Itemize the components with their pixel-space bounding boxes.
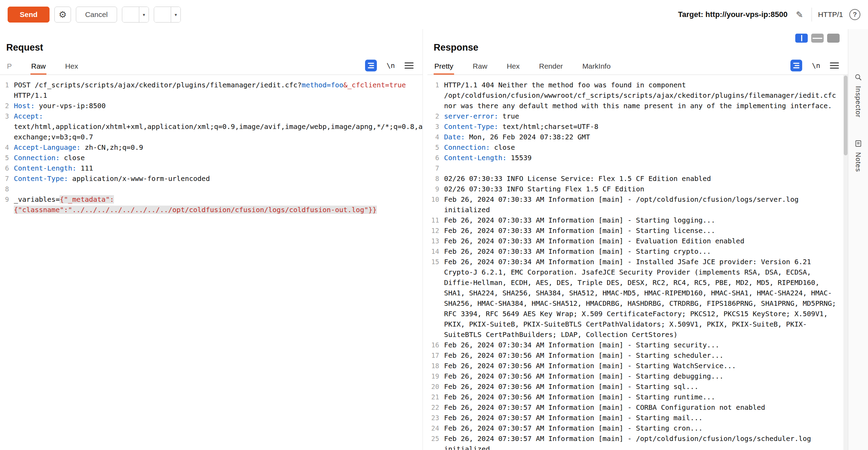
single-pane-icon[interactable] bbox=[827, 34, 840, 43]
sidebar-tab-label: Inspector bbox=[854, 86, 862, 118]
code-line: 13Feb 26, 2024 07:30:33 AM Information [… bbox=[427, 236, 848, 246]
response-scrollbar[interactable] bbox=[843, 75, 848, 450]
request-tab-hex[interactable]: Hex bbox=[64, 59, 79, 75]
code-line: 7 bbox=[427, 163, 848, 173]
code-text: Feb 26, 2024 07:30:57 AM Information [ma… bbox=[444, 423, 838, 433]
code-line: 10Feb 26, 2024 07:30:33 AM Information [… bbox=[427, 194, 848, 215]
response-tab-pretty[interactable]: Pretty bbox=[434, 59, 454, 75]
code-text: Feb 26, 2024 07:30:57 AM Information [ma… bbox=[444, 402, 838, 413]
history-forward-menu-button[interactable]: ▾ bbox=[171, 7, 180, 22]
help-button[interactable]: ? bbox=[849, 9, 860, 20]
code-text: Feb 26, 2024 07:30:56 AM Information [ma… bbox=[444, 361, 838, 371]
line-number: 16 bbox=[427, 340, 439, 350]
cancel-button[interactable]: Cancel bbox=[76, 7, 117, 23]
code-line: 2Host: your-vps-ip:8500 bbox=[0, 101, 423, 111]
code-line: 16Feb 26, 2024 07:30:34 AM Information [… bbox=[427, 340, 848, 350]
toolbar-right: Target: http://your-vps-ip:8500 ✎ HTTP/1… bbox=[678, 8, 861, 21]
line-number: 6 bbox=[427, 153, 439, 163]
code-line: 15Feb 26, 2024 07:30:34 AM Information [… bbox=[427, 257, 848, 340]
code-text: HTTP/1.1 404 Neither the method foo was … bbox=[444, 80, 838, 111]
code-text: POST /cf_scripts/scripts/ajax/ckeditor/p… bbox=[14, 80, 412, 101]
code-text: Feb 26, 2024 07:30:33 AM Information [ma… bbox=[444, 225, 838, 236]
toolbar: Send ⚙ Cancel < ▾ > ▾ Target: http://you… bbox=[0, 0, 868, 29]
caret-down-icon: ▾ bbox=[143, 12, 145, 17]
line-number: 25 bbox=[427, 433, 439, 450]
request-tab-raw[interactable]: Raw bbox=[30, 59, 46, 75]
stacked-rows-icon[interactable] bbox=[811, 34, 824, 43]
code-line: 17Feb 26, 2024 07:30:56 AM Information [… bbox=[427, 350, 848, 361]
line-number: 8 bbox=[427, 173, 439, 184]
code-text bbox=[444, 163, 838, 173]
target-label: Target: http://your-vps-ip:8500 bbox=[678, 10, 788, 19]
pencil-icon: ✎ bbox=[796, 10, 803, 19]
code-line: 19Feb 26, 2024 07:30:56 AM Information [… bbox=[427, 371, 848, 381]
response-tab-markinfo[interactable]: MarkInfo bbox=[582, 59, 611, 75]
code-line: 24Feb 26, 2024 07:30:57 AM Information [… bbox=[427, 423, 848, 433]
split-columns-icon[interactable] bbox=[795, 34, 808, 43]
code-text: Accept-Language: zh-CN,zh;q=0.9 bbox=[14, 142, 412, 153]
line-number: 23 bbox=[427, 413, 439, 423]
syntax-highlight-icon[interactable] bbox=[790, 60, 802, 71]
sidebar-tab-inspector[interactable]: Inspector bbox=[854, 73, 862, 118]
code-line: 25Feb 26, 2024 07:30:57 AM Information [… bbox=[427, 433, 848, 450]
target-url: http://your-vps-ip:8500 bbox=[706, 10, 788, 19]
line-number: 1 bbox=[427, 80, 439, 111]
code-line: 5Connection: close bbox=[0, 153, 423, 163]
code-text: Feb 26, 2024 07:30:33 AM Information [ma… bbox=[444, 246, 838, 257]
line-number: 9 bbox=[427, 184, 439, 194]
code-text: 02/26 07:30:33 INFO Starting Flex 1.5 CF… bbox=[444, 184, 838, 194]
menu-icon[interactable] bbox=[830, 62, 839, 69]
code-text bbox=[14, 184, 412, 194]
code-line: 9_variables={"_metadata":{"classname":".… bbox=[0, 194, 423, 215]
response-tab-render[interactable]: Render bbox=[538, 59, 564, 75]
line-number: 8 bbox=[0, 184, 9, 194]
send-button[interactable]: Send bbox=[8, 7, 50, 23]
http-version-toggle[interactable]: HTTP/1 bbox=[818, 10, 843, 19]
response-editor-icons: \n bbox=[790, 60, 839, 71]
response-tab-raw[interactable]: Raw bbox=[472, 59, 488, 75]
request-tabs: PRawHex bbox=[6, 59, 79, 75]
line-number: 9 bbox=[0, 194, 9, 215]
code-line: 3Accept: text/html,application/xhtml+xml… bbox=[0, 111, 423, 142]
newline-chars-toggle[interactable]: \n bbox=[812, 61, 820, 70]
code-line: 8 bbox=[0, 184, 423, 194]
line-number: 6 bbox=[0, 163, 9, 173]
history-back-button[interactable]: < bbox=[122, 7, 139, 23]
code-text: Feb 26, 2024 07:30:33 AM Information [ma… bbox=[444, 194, 838, 215]
request-editor[interactable]: 1POST /cf_scripts/scripts/ajax/ckeditor/… bbox=[0, 75, 423, 450]
code-text: Feb 26, 2024 07:30:34 AM Information [ma… bbox=[444, 340, 838, 350]
settings-button[interactable]: ⚙ bbox=[54, 7, 71, 23]
line-number: 12 bbox=[427, 225, 439, 236]
divider bbox=[812, 8, 812, 21]
right-sidebar: InspectorNotes bbox=[848, 29, 868, 450]
syntax-highlight-icon[interactable] bbox=[365, 60, 377, 71]
response-viewer[interactable]: 1HTTP/1.1 404 Neither the method foo was… bbox=[427, 75, 848, 450]
request-title: Request bbox=[6, 42, 43, 53]
sidebar-tab-label: Notes bbox=[854, 152, 862, 172]
code-text: Content-Type: text/html;charset=UTF-8 bbox=[444, 121, 838, 132]
panel-splitter[interactable] bbox=[423, 29, 427, 450]
history-back-menu-button[interactable]: ▾ bbox=[139, 7, 149, 22]
edit-target-button[interactable]: ✎ bbox=[794, 9, 805, 20]
history-forward-button[interactable]: > bbox=[154, 7, 171, 23]
line-number: 14 bbox=[427, 246, 439, 257]
main-area: Request PRawHex \n 1POST /cf_scripts/scr… bbox=[0, 29, 868, 450]
sidebar-tab-notes[interactable]: Notes bbox=[854, 140, 862, 172]
scrollbar-thumb[interactable] bbox=[844, 76, 848, 155]
line-number: 4 bbox=[0, 142, 9, 153]
line-number: 3 bbox=[0, 111, 9, 142]
menu-icon[interactable] bbox=[405, 62, 414, 69]
response-header: Response PrettyRawHexRenderMarkInfo \n bbox=[427, 29, 848, 75]
code-text: Connection: close bbox=[14, 153, 412, 163]
code-text: Host: your-vps-ip:8500 bbox=[14, 101, 412, 111]
newline-chars-toggle[interactable]: \n bbox=[387, 61, 395, 70]
request-tab-p[interactable]: P bbox=[6, 59, 12, 75]
code-line: 5Connection: close bbox=[427, 142, 848, 153]
code-line: 18Feb 26, 2024 07:30:56 AM Information [… bbox=[427, 361, 848, 371]
response-tab-hex[interactable]: Hex bbox=[506, 59, 520, 75]
code-line: 6Content-Length: 15539 bbox=[427, 153, 848, 163]
code-line: 20Feb 26, 2024 07:30:56 AM Information [… bbox=[427, 381, 848, 392]
line-number: 1 bbox=[0, 80, 9, 101]
line-number: 13 bbox=[427, 236, 439, 246]
line-number: 18 bbox=[427, 361, 439, 371]
